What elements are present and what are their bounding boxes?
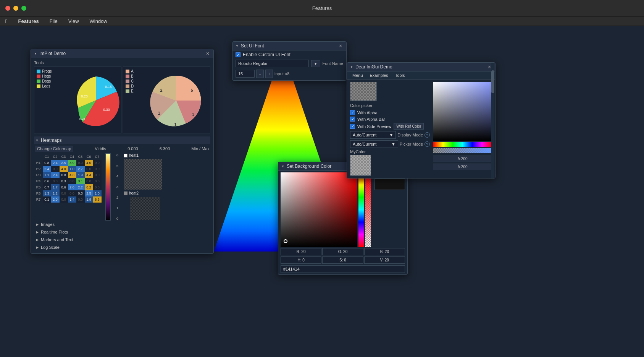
g-input[interactable]: G: 20 — [322, 248, 363, 255]
hue-slider[interactable] — [358, 172, 364, 247]
implot-close-button[interactable]: × — [205, 51, 210, 56]
with-side-preview-label: With Side Preview — [357, 124, 391, 129]
with-ref-color-btn[interactable]: With Ref Color — [394, 123, 424, 130]
bg-color-preview — [374, 178, 405, 190]
imgui-menu-tools[interactable]: Tools — [392, 72, 408, 78]
setfont-title: Set UI Font — [241, 43, 264, 49]
imgui-alpha-bar[interactable] — [433, 148, 492, 153]
picker-mode-dropdown[interactable]: Auto/Current ▼ — [350, 140, 398, 148]
frogs-label: Frogs — [42, 69, 52, 73]
h-input[interactable]: H: 0 — [281, 256, 321, 264]
imgui-hue-bar[interactable] — [433, 142, 492, 147]
imgui-scrollbar[interactable] — [491, 63, 494, 178]
menu-features[interactable]: Features — [16, 18, 41, 25]
font-name-input[interactable] — [236, 60, 309, 67]
realtime-icon: ▶ — [36, 230, 39, 234]
imgui-a200-1[interactable]: A:200 — [433, 156, 492, 162]
v-input[interactable]: V: 20 — [364, 256, 405, 264]
workspace: ▼ ImPlot Demo × Tools Frogs — [0, 26, 644, 357]
with-alpha-label: With Alpha — [357, 110, 378, 115]
imgui-collapse-icon: ▼ — [350, 65, 353, 69]
imgui-a200-2[interactable]: A:200 — [433, 164, 492, 170]
hue-bar-container — [358, 172, 364, 247]
r-input[interactable]: R: 20 — [281, 248, 321, 255]
pie1-legend: Frogs Hogs Dogs Logs — [37, 69, 52, 88]
scale-labels: 6543210 — [116, 153, 118, 221]
enable-font-checkbox[interactable]: ✓ — [236, 52, 240, 57]
alpha-slider[interactable] — [365, 172, 371, 247]
font-name-dropdown[interactable]: ▼ — [311, 60, 320, 67]
alpha-bar-container — [365, 172, 371, 247]
setfont-header[interactable]: ▼ Set UI Font × — [232, 42, 346, 50]
markers-text-item[interactable]: ▶ Markers and Text — [34, 236, 210, 243]
imgui-menu-menu[interactable]: Menu — [349, 72, 366, 78]
heatmaps-header[interactable]: ▼ Heatmaps — [34, 136, 210, 144]
realtime-plots-item[interactable]: ▶ Realtime Plots — [34, 228, 210, 236]
svg-text:1: 1 — [158, 111, 160, 115]
display-mode-dropdown[interactable]: Auto/Current ▼ — [350, 131, 396, 139]
imgui-header[interactable]: ▼ Dear ImGui Demo × — [347, 63, 495, 71]
sat-val-picker[interactable] — [281, 172, 357, 247]
legend-frogs: Frogs — [37, 69, 52, 73]
picker-mode-help[interactable]: ? — [424, 141, 430, 147]
apple-icon[interactable]:  — [3, 17, 10, 25]
scrollbar-thumb[interactable] — [491, 70, 494, 93]
menu-file[interactable]: File — [47, 18, 60, 25]
color-picker-label: Color picker: — [350, 103, 430, 108]
svg-text:5: 5 — [191, 88, 193, 92]
menu-view[interactable]: View — [66, 18, 81, 25]
setfont-close-button[interactable]: × — [338, 43, 343, 49]
heat2-color — [124, 191, 128, 195]
setfont-collapse-icon: ▼ — [236, 44, 239, 48]
display-mode-row: Auto/Current ▼ Display Mode ? — [350, 131, 430, 139]
menu-window[interactable]: Window — [87, 18, 110, 25]
with-alpha-checkbox[interactable]: ✓ — [350, 110, 355, 115]
menubar:  Features File View Window — [0, 17, 644, 26]
font-name-row: ▼ Font Name — [232, 59, 346, 69]
heat1-image — [124, 159, 162, 190]
pie-chart-svg-1: 0.15 0.30 0.05 0.20 — [71, 67, 121, 133]
change-colormap-btn[interactable]: Change Colormap — [35, 146, 73, 152]
max-val: 6.300 — [160, 146, 170, 151]
display-mode-help[interactable]: ? — [424, 132, 430, 138]
implot-content: Tools Frogs Hogs — [31, 58, 213, 253]
heatmap-table: C1C2C3C4C5C6C7R10.82.42.53.90.04.00.0R22… — [34, 153, 102, 221]
with-alpha-bar-label: With Alpha Bar — [357, 117, 385, 122]
with-alpha-bar-checkbox[interactable]: ✓ — [350, 117, 355, 122]
maximize-button[interactable] — [21, 6, 26, 11]
window-controls[interactable] — [5, 6, 26, 11]
color-scale-container: 6543210 — [105, 153, 111, 221]
titlebar: Features — [0, 0, 644, 17]
implot-panel-header[interactable]: ▼ ImPlot Demo × — [31, 49, 213, 58]
font-size-decrement[interactable]: - — [256, 70, 264, 78]
close-button[interactable] — [5, 6, 10, 11]
setbg-collapse-icon: ▼ — [281, 165, 284, 168]
noise-area: heat1 heat2 — [124, 153, 162, 221]
minimize-button[interactable] — [13, 6, 18, 11]
log-scale-item[interactable]: ▶ Log Scale — [34, 243, 210, 251]
images-item[interactable]: ▶ Images — [34, 221, 210, 228]
enable-font-label: Enable Custom UI Font — [243, 52, 291, 57]
imgui-menubar: Menu Examples Tools — [347, 71, 495, 80]
imgui-left-section: Color picker: ✓ With Alpha ✓ With Alpha … — [350, 82, 430, 176]
imgui-menu-examples[interactable]: Examples — [367, 72, 391, 78]
pie2-legend: A B C D E — [126, 69, 134, 93]
heat2-label: heat2 — [124, 191, 162, 195]
pie-chart-1: Frogs Hogs Dogs Logs — [34, 67, 121, 133]
font-size-increment[interactable]: + — [265, 70, 273, 78]
s-input[interactable]: S: 0 — [322, 256, 363, 264]
log-scale-icon: ▶ — [36, 246, 39, 249]
log-scale-label: Log Scale — [41, 245, 60, 250]
imgui-alpha-labels: A:200 A:200 — [433, 155, 492, 170]
rgb-inputs: R: 20 G: 20 B: 20 — [281, 248, 405, 255]
font-size-input[interactable] — [236, 70, 255, 78]
color-scale — [105, 153, 111, 221]
b-input[interactable]: B: 20 — [364, 248, 405, 255]
with-side-preview-row: ✓ With Side Preview With Ref Color — [350, 123, 430, 130]
window-title: Features — [312, 5, 332, 11]
imgui-sat-val-picker[interactable] — [433, 82, 492, 141]
svg-text:0.20: 0.20 — [81, 94, 88, 98]
with-side-preview-checkbox[interactable]: ✓ — [350, 124, 355, 129]
hex-input[interactable] — [281, 265, 405, 273]
color-preview — [350, 82, 377, 101]
